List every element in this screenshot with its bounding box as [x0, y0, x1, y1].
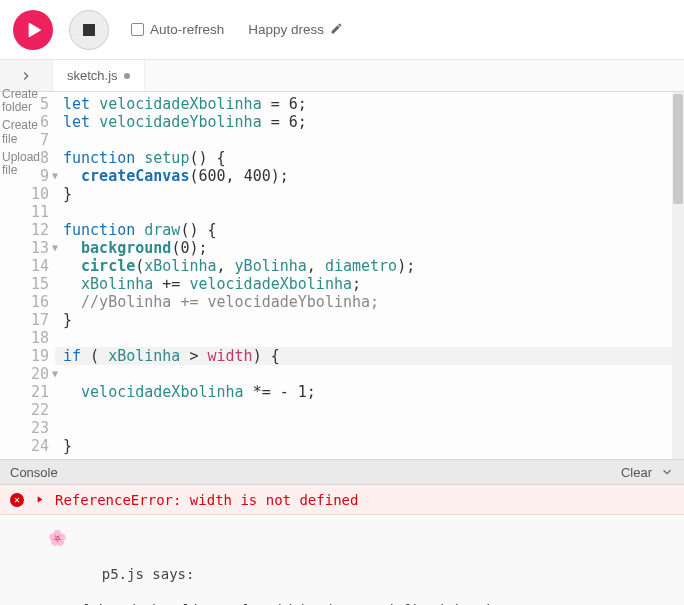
stop-icon — [83, 24, 95, 36]
console-error-row[interactable]: ✕ ReferenceError: width is not defined — [0, 485, 684, 515]
play-icon — [22, 19, 44, 41]
p5-says-label: p5.js says: — [82, 566, 195, 582]
scrollbar[interactable] — [672, 92, 684, 459]
console-body: ✕ ReferenceError: width is not defined 🌸… — [0, 485, 684, 605]
console-error-text: ReferenceError: width is not defined — [55, 492, 358, 508]
code-area[interactable]: let velocidadeXbolinha = 6;let velocidad… — [55, 92, 684, 459]
console-header: Console Clear — [0, 459, 684, 485]
file-tab[interactable]: sketch.js — [53, 60, 145, 91]
play-button[interactable] — [13, 10, 53, 50]
console-clear-button[interactable]: Clear — [621, 465, 652, 480]
console-p5-message: 🌸 p5.js says: [sketch.js, line 19] "widt… — [0, 515, 684, 605]
sidebar-upload-file[interactable]: Upload file — [2, 151, 42, 177]
unsaved-dot-icon — [124, 73, 130, 79]
sidebar-create-file[interactable]: Create file — [2, 119, 42, 145]
file-tab-label: sketch.js — [67, 68, 118, 83]
error-icon: ✕ — [10, 493, 24, 507]
sidebar-peek: Create folder Create file Upload file — [0, 88, 42, 182]
scrollbar-thumb[interactable] — [673, 94, 683, 204]
sidebar-create-folder[interactable]: Create folder — [2, 88, 42, 114]
auto-refresh-toggle[interactable]: Auto-refresh — [131, 22, 224, 37]
chevron-down-icon[interactable] — [660, 465, 674, 479]
project-name-text: Happy dress — [248, 22, 324, 37]
code-editor[interactable]: 5678▼9101112▼13141516171819▼2021222324 l… — [0, 92, 684, 459]
disclosure-triangle-icon — [34, 494, 45, 505]
checkbox-icon — [131, 23, 144, 36]
chevron-right-icon — [19, 69, 33, 83]
flower-icon: 🌸 — [48, 529, 67, 547]
stop-button[interactable] — [69, 10, 109, 50]
tab-bar: sketch.js — [0, 60, 684, 92]
pencil-icon — [330, 22, 343, 38]
toolbar: Auto-refresh Happy dress — [0, 0, 684, 60]
auto-refresh-label: Auto-refresh — [150, 22, 224, 37]
project-name[interactable]: Happy dress — [248, 22, 343, 38]
console-title: Console — [10, 465, 58, 480]
